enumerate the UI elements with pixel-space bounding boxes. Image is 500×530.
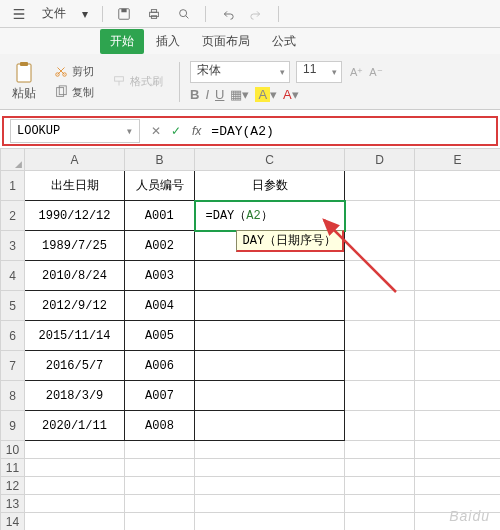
cancel-formula-button[interactable]: ✕ (146, 124, 166, 138)
cell-E6[interactable] (415, 321, 501, 351)
cell[interactable] (195, 441, 345, 459)
row-header[interactable]: 4 (1, 261, 25, 291)
cell-E3[interactable] (415, 231, 501, 261)
tab-page-layout[interactable]: 页面布局 (192, 29, 260, 54)
cell-B6[interactable]: A005 (125, 321, 195, 351)
table-row[interactable]: 42010/8/24A003 (1, 261, 501, 291)
fx-icon[interactable]: fx (186, 124, 207, 138)
cell-A7[interactable]: 2016/5/7 (25, 351, 125, 381)
cell-B4[interactable]: A003 (125, 261, 195, 291)
row-header[interactable]: 10 (1, 441, 25, 459)
col-header-B[interactable]: B (125, 149, 195, 171)
increase-font-icon[interactable]: A⁺ (350, 66, 363, 79)
cell-D9[interactable] (345, 411, 415, 441)
cell-E2[interactable] (415, 201, 501, 231)
cell-E7[interactable] (415, 351, 501, 381)
table-row[interactable]: 72016/5/7A006 (1, 351, 501, 381)
cell-B9[interactable]: A008 (125, 411, 195, 441)
save-icon[interactable] (111, 4, 137, 23)
cell[interactable] (415, 477, 501, 495)
cell-E8[interactable] (415, 381, 501, 411)
bold-button[interactable]: B (190, 87, 199, 102)
row-header[interactable]: 5 (1, 291, 25, 321)
redo-icon[interactable] (244, 4, 270, 23)
decrease-font-icon[interactable]: A⁻ (369, 66, 382, 79)
cell-C1[interactable]: 日参数 (195, 171, 345, 201)
spreadsheet-grid[interactable]: ◢ A B C D E 1出生日期人员编号日参数21990/12/12A001=… (0, 148, 500, 530)
col-header-C[interactable]: C (195, 149, 345, 171)
cell-C6[interactable] (195, 321, 345, 351)
cell[interactable] (415, 441, 501, 459)
cell[interactable] (25, 459, 125, 477)
cell-B7[interactable]: A006 (125, 351, 195, 381)
col-header-A[interactable]: A (25, 149, 125, 171)
tab-formula[interactable]: 公式 (262, 29, 306, 54)
cell-D3[interactable] (345, 231, 415, 261)
cell-C2[interactable]: =DAY（A2）DAY（日期序号） (195, 201, 345, 231)
tab-start[interactable]: 开始 (100, 29, 144, 54)
cell-A3[interactable]: 1989/7/25 (25, 231, 125, 261)
cell[interactable] (345, 459, 415, 477)
table-row[interactable]: 14 (1, 513, 501, 531)
border-button[interactable]: ▦▾ (230, 87, 249, 102)
table-row[interactable]: 10 (1, 441, 501, 459)
cell[interactable] (345, 513, 415, 531)
table-row[interactable]: 21990/12/12A001=DAY（A2）DAY（日期序号） (1, 201, 501, 231)
caret-down-icon[interactable]: ▾ (76, 5, 94, 23)
undo-icon[interactable] (214, 4, 240, 23)
cell[interactable] (125, 513, 195, 531)
cell-A1[interactable]: 出生日期 (25, 171, 125, 201)
row-header[interactable]: 9 (1, 411, 25, 441)
cell[interactable] (25, 441, 125, 459)
cut-button[interactable]: 剪切 (48, 62, 100, 81)
cell-D2[interactable] (345, 201, 415, 231)
cell-C7[interactable] (195, 351, 345, 381)
cell[interactable] (195, 513, 345, 531)
cell-E5[interactable] (415, 291, 501, 321)
cell-E9[interactable] (415, 411, 501, 441)
column-header-row[interactable]: ◢ A B C D E (1, 149, 501, 171)
menu-file[interactable]: 文件 (36, 3, 72, 24)
tab-insert[interactable]: 插入 (146, 29, 190, 54)
cell-D6[interactable] (345, 321, 415, 351)
cell-B1[interactable]: 人员编号 (125, 171, 195, 201)
cell[interactable] (25, 513, 125, 531)
cell[interactable] (125, 477, 195, 495)
row-header[interactable]: 14 (1, 513, 25, 531)
cell-A5[interactable]: 2012/9/12 (25, 291, 125, 321)
cell[interactable] (125, 459, 195, 477)
cell-D4[interactable] (345, 261, 415, 291)
row-header[interactable]: 11 (1, 459, 25, 477)
preview-icon[interactable] (171, 4, 197, 23)
fill-color-button[interactable]: A▾ (255, 87, 277, 102)
cell-C5[interactable] (195, 291, 345, 321)
cell-C4[interactable] (195, 261, 345, 291)
table-row[interactable]: 62015/11/14A005 (1, 321, 501, 351)
table-row[interactable]: 52012/9/12A004 (1, 291, 501, 321)
cell[interactable] (415, 459, 501, 477)
cell-A4[interactable]: 2010/8/24 (25, 261, 125, 291)
cell-C9[interactable] (195, 411, 345, 441)
select-all-corner[interactable]: ◢ (1, 149, 25, 171)
cell[interactable] (195, 495, 345, 513)
table-row[interactable]: 1出生日期人员编号日参数 (1, 171, 501, 201)
cell-B8[interactable]: A007 (125, 381, 195, 411)
row-header[interactable]: 13 (1, 495, 25, 513)
italic-button[interactable]: I (205, 87, 209, 102)
formula-input[interactable] (207, 119, 496, 143)
cell[interactable] (125, 441, 195, 459)
row-header[interactable]: 1 (1, 171, 25, 201)
table-row[interactable]: 92020/1/11A008 (1, 411, 501, 441)
font-color-button[interactable]: A▾ (283, 87, 299, 102)
cell[interactable] (125, 495, 195, 513)
cell-D8[interactable] (345, 381, 415, 411)
table-row[interactable]: 12 (1, 477, 501, 495)
cell-C8[interactable] (195, 381, 345, 411)
copy-button[interactable]: 复制 (48, 83, 100, 102)
font-name-select[interactable]: 宋体 ▾ (190, 61, 290, 83)
cell[interactable] (25, 495, 125, 513)
row-header[interactable]: 2 (1, 201, 25, 231)
paste-button[interactable]: 粘贴 (6, 59, 42, 104)
confirm-formula-button[interactable]: ✓ (166, 124, 186, 138)
cell[interactable] (195, 459, 345, 477)
